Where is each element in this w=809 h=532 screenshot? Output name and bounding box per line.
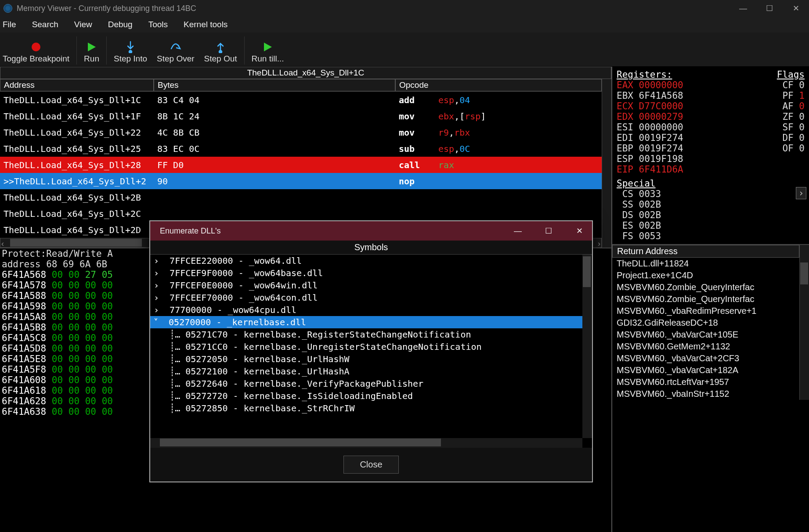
stack-row[interactable]: GDI32.GdiReleaseDC+18 xyxy=(612,317,799,329)
stack-row[interactable]: MSVBVM60.rtcLeftVar+1957 xyxy=(612,376,799,388)
dialog-title: Enumerate DLL's xyxy=(160,226,221,236)
tree-row[interactable]: › 77700000 - _wow64cpu.dll xyxy=(150,304,592,316)
register-line: EIP 6F411D6A xyxy=(617,164,805,175)
registers-title: Registers: xyxy=(617,69,672,80)
registers-panel: Registers: Flags EAX 00000000CF 0EBX 6F4… xyxy=(612,67,809,244)
tree-row[interactable]: › 7FFCEF0E0000 - _wow64win.dll xyxy=(150,279,592,291)
toolbar: Toggle Breakpoint Run Step Into Step Ove… xyxy=(0,32,809,67)
tree-row[interactable]: ┊… 05272850 - kernelbase._StrRChrIW xyxy=(150,402,592,414)
separator xyxy=(244,36,245,65)
dialog-subtitle: Symbols xyxy=(150,241,592,255)
tree-row[interactable]: ˅ 05270000 - _kernelbase.dll xyxy=(150,316,592,328)
dialog-minimize-button[interactable]: — xyxy=(505,221,531,241)
disasm-row[interactable]: TheDLL.Load_x64_Sys_Dll+2583 EC 0Csubesp… xyxy=(0,140,602,157)
run-button[interactable]: Run xyxy=(81,40,102,65)
app-icon xyxy=(4,4,12,13)
dialog-close-btn[interactable]: Close xyxy=(343,456,398,474)
toggle-breakpoint-button[interactable]: Toggle Breakpoint xyxy=(0,40,72,65)
tree-row[interactable]: › 7FFCEE220000 - _wow64.dll xyxy=(150,255,592,267)
breakpoint-icon xyxy=(32,43,40,51)
run-till-button[interactable]: Run till... xyxy=(249,40,287,65)
special-register-line: ES 002B xyxy=(617,220,805,231)
close-button[interactable]: ✕ xyxy=(783,0,809,17)
dialog-tree[interactable]: › 7FFCEE220000 - _wow64.dll› 7FFCEF9F000… xyxy=(150,255,592,448)
disasm-row[interactable]: TheDLL.Load_x64_Sys_Dll+2C xyxy=(0,205,602,222)
stack-row[interactable]: MSVBVM60._vbaRedimPreserve+1 xyxy=(612,305,799,317)
register-line: ESI 00000000SF 0 xyxy=(617,122,805,133)
disasm-header: Address Bytes Opcode xyxy=(0,79,602,92)
register-line: ESP 0019F198 xyxy=(617,154,805,164)
stack-panel: Return Address TheDLL.dll+11824Project1.… xyxy=(612,244,809,532)
menu-debug[interactable]: Debug xyxy=(105,18,135,31)
step-out-button[interactable]: Step Out xyxy=(202,40,240,65)
flags-title: Flags xyxy=(777,69,805,80)
stack-scrollbar-v[interactable] xyxy=(799,245,809,400)
disasm-body[interactable]: TheDLL.Load_x64_Sys_Dll+1C83 C4 04addesp… xyxy=(0,92,602,238)
dialog-close-button[interactable]: ✕ xyxy=(567,221,592,241)
step-into-button[interactable]: Step Into xyxy=(111,40,150,65)
svg-point-0 xyxy=(129,50,132,53)
tree-row[interactable]: ┊… 05272100 - kernelbase._UrlHashA xyxy=(150,365,592,377)
menu-tools[interactable]: Tools xyxy=(146,18,170,31)
step-over-button[interactable]: Step Over xyxy=(154,40,197,65)
maximize-button[interactable]: ☐ xyxy=(756,0,783,17)
stack-row[interactable]: MSVBVM60._vbaVarCat+2CF3 xyxy=(612,352,799,364)
tree-row[interactable]: ┊… 05272720 - kernelbase._IsSideloadingE… xyxy=(150,390,592,402)
menu-search[interactable]: Search xyxy=(29,18,61,31)
tree-row[interactable]: ┊… 05271C70 - kernelbase._RegisterStateC… xyxy=(150,328,592,341)
disasm-row[interactable]: TheDLL.Load_x64_Sys_Dll+2B xyxy=(0,189,602,205)
dialog-maximize-button[interactable]: ☐ xyxy=(536,221,561,241)
menu-file[interactable]: File xyxy=(0,18,19,31)
stack-row[interactable]: MSVBVM60._vbaInStr+1152 xyxy=(612,388,799,400)
play-icon xyxy=(88,43,96,51)
disasm-row[interactable]: TheDLL.Load_x64_Sys_Dll+28FF D0callrax xyxy=(0,157,602,173)
stack-row[interactable]: MSVBVM60._vbaVarCat+182A xyxy=(612,364,799,376)
stack-row[interactable]: TheDLL.dll+11824 xyxy=(612,258,799,270)
special-register-line: SS 002B xyxy=(617,199,805,210)
step-out-icon xyxy=(214,41,227,53)
registers-next-button[interactable]: › xyxy=(796,187,806,199)
stack-row[interactable]: MSVBVM60.Zombie_QueryInterfac xyxy=(612,281,799,293)
play-icon xyxy=(264,43,272,51)
stack-row[interactable]: Project1.exe+1C4D xyxy=(612,270,799,281)
menu-view[interactable]: View xyxy=(72,18,95,31)
separator xyxy=(76,36,77,65)
stack-row[interactable]: MSVBVM60.GetMem2+1132 xyxy=(612,341,799,352)
menu-kernel-tools[interactable]: Kernel tools xyxy=(181,18,230,31)
disasm-row[interactable]: TheDLL.Load_x64_Sys_Dll+1C83 C4 04addesp… xyxy=(0,92,602,108)
register-line: ECX D77C0000AF 0 xyxy=(617,101,805,111)
register-line: EBX 6F41A568PF 1 xyxy=(617,90,805,101)
col-header-bytes[interactable]: Bytes xyxy=(154,79,395,91)
disasm-row[interactable]: TheDLL.Load_x64_Sys_Dll+224C 8B CBmovr9,… xyxy=(0,124,602,140)
special-regs-title: Special xyxy=(617,178,656,189)
minimize-button[interactable]: — xyxy=(730,0,756,17)
dialog-scrollbar-v[interactable] xyxy=(582,255,592,438)
disasm-row[interactable]: >>TheDLL.Load_x64_Sys_Dll+290nop xyxy=(0,173,602,189)
col-header-opcode[interactable]: Opcode xyxy=(395,79,602,91)
stack-row[interactable]: MSVBVM60._vbaVarCat+105E xyxy=(612,329,799,341)
register-line: EBP 0019F274OF 0 xyxy=(617,143,805,154)
separator xyxy=(106,36,107,65)
col-header-address[interactable]: Address xyxy=(0,79,154,91)
title-bar: Memory Viewer - Currently debugging thre… xyxy=(0,0,809,17)
register-line: EAX 00000000CF 0 xyxy=(617,80,805,90)
tree-row[interactable]: › 7FFCEEF70000 - _wow64con.dll xyxy=(150,291,592,304)
special-register-line: FS 0053 xyxy=(617,231,805,241)
window-title: Memory Viewer - Currently debugging thre… xyxy=(17,4,196,13)
tree-row[interactable]: › 7FFCEF9F0000 - _wow64base.dll xyxy=(150,267,592,279)
step-into-icon xyxy=(124,41,137,53)
svg-point-1 xyxy=(219,50,222,53)
step-over-icon xyxy=(170,41,182,53)
stack-header[interactable]: Return Address xyxy=(612,245,799,258)
dialog-scrollbar-h[interactable] xyxy=(150,438,582,448)
tree-row[interactable]: ┊… 05271CC0 - kernelbase._UnregisterStat… xyxy=(150,341,592,353)
disasm-title: TheDLL.Load_x64_Sys_Dll+1C xyxy=(0,67,611,79)
disasm-row[interactable]: TheDLL.Load_x64_Sys_Dll+1F8B 1C 24movebx… xyxy=(0,108,602,124)
tree-row[interactable]: ┊… 05272050 - kernelbase._UrlHashW xyxy=(150,353,592,365)
stack-row[interactable]: MSVBVM60.Zombie_QueryInterfac xyxy=(612,293,799,305)
special-register-line: DS 002B xyxy=(617,210,805,220)
menu-bar: File Search View Debug Tools Kernel tool… xyxy=(0,17,809,32)
tree-row[interactable]: ┊… 05272640 - kernelbase._VerifyPackageP… xyxy=(150,377,592,390)
dialog-title-bar[interactable]: Enumerate DLL's — ☐ ✕ xyxy=(150,221,592,241)
disasm-scrollbar-v[interactable] xyxy=(602,79,611,248)
